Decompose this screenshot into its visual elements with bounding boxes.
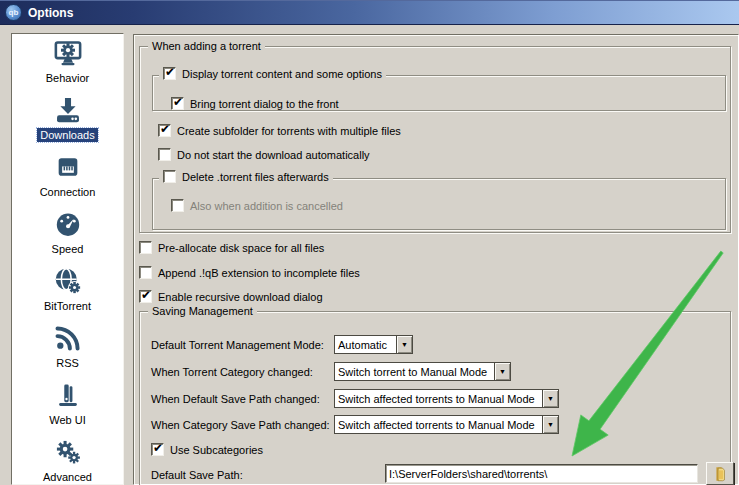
- checkbox-box[interactable]: [158, 148, 171, 161]
- select-value: Switch affected torrents to Manual Mode: [335, 419, 542, 431]
- window-titlebar[interactable]: qb Options: [0, 0, 739, 25]
- checkbox-label: Append .!qB extension to incomplete file…: [158, 267, 360, 279]
- checkbox-label: Do not start the download automatically: [177, 149, 370, 161]
- sidebar-item-behavior[interactable]: Behavior: [12, 38, 123, 95]
- default-mode-label: Default Torrent Management Mode:: [151, 335, 324, 354]
- downloads-settings-panel: When adding a torrent Display torrent co…: [133, 34, 739, 485]
- default-save-path-label: Default Save Path:: [151, 465, 243, 484]
- download-tray-icon: [51, 95, 85, 125]
- group-title: When adding a torrent: [148, 39, 265, 53]
- display-content-checkbox[interactable]: Display torrent content and some options: [159, 67, 386, 80]
- category-changed-select[interactable]: Switch torrent to Manual Mode ▼: [334, 362, 511, 381]
- use-subcategories-checkbox[interactable]: Use Subcategories: [151, 442, 263, 457]
- folder-icon: [711, 465, 729, 483]
- sidebar-label-speed: Speed: [49, 242, 87, 256]
- monitor-gear-icon: [51, 38, 85, 68]
- category-savepath-changed-select[interactable]: Switch affected torrents to Manual Mode …: [334, 415, 559, 434]
- window-title: Options: [28, 6, 73, 20]
- delete-torrent-checkbox[interactable]: Delete .torrent files afterwards: [159, 170, 333, 183]
- sidebar-label-rss: RSS: [53, 356, 82, 370]
- category-changed-label: When Torrent Category changed:: [151, 362, 313, 381]
- select-value: Switch affected torrents to Manual Mode: [335, 393, 542, 405]
- create-subfolder-checkbox[interactable]: Create subfolder for torrents with multi…: [158, 123, 401, 138]
- checkbox-box[interactable]: [151, 443, 164, 456]
- sidebar-label-webui: Web UI: [46, 413, 88, 427]
- checkbox-label: Bring torrent dialog to the front: [190, 98, 339, 110]
- checkbox-label: Create subfolder for torrents with multi…: [177, 125, 401, 137]
- preallocate-checkbox[interactable]: Pre-allocate disk space for all files: [139, 240, 324, 255]
- qbittorrent-logo-icon: qb: [5, 4, 22, 21]
- default-save-path-input[interactable]: [385, 464, 698, 483]
- default-mode-select[interactable]: Automatic ▼: [334, 335, 413, 354]
- chevron-down-icon[interactable]: ▼: [542, 390, 558, 407]
- checkbox-label: Delete .torrent files afterwards: [182, 171, 329, 183]
- savepath-changed-select[interactable]: Switch affected torrents to Manual Mode …: [334, 389, 559, 408]
- checkbox-box[interactable]: [139, 290, 152, 303]
- sidebar-label-behavior: Behavior: [43, 71, 92, 85]
- display-content-group: Display torrent content and some options…: [152, 75, 726, 111]
- sidebar-item-webui[interactable]: Web UI: [12, 380, 123, 437]
- gears-icon: [51, 437, 85, 467]
- checkbox-box[interactable]: [139, 241, 152, 254]
- checkbox-box[interactable]: [163, 67, 176, 80]
- select-value: Switch torrent to Manual Mode: [335, 366, 494, 378]
- checkbox-box: [171, 199, 184, 212]
- no-autostart-checkbox[interactable]: Do not start the download automatically: [158, 147, 370, 162]
- sidebar-label-connection: Connection: [37, 185, 99, 199]
- sidebar-label-downloads: Downloads: [37, 128, 97, 142]
- bring-front-checkbox[interactable]: Bring torrent dialog to the front: [171, 96, 339, 111]
- checkbox-box[interactable]: [139, 266, 152, 279]
- chevron-down-icon[interactable]: ▼: [396, 336, 412, 353]
- checkbox-box[interactable]: [171, 97, 184, 110]
- browse-folder-button[interactable]: [706, 462, 734, 485]
- savepath-changed-label: When Default Save Path changed:: [151, 389, 320, 408]
- globe-gear-icon: [51, 266, 85, 296]
- chevron-down-icon[interactable]: ▼: [494, 363, 510, 380]
- saving-management-group: Saving Management Default Torrent Manage…: [139, 311, 731, 485]
- sidebar-item-advanced[interactable]: Advanced: [12, 437, 123, 485]
- checkbox-label: Pre-allocate disk space for all files: [158, 242, 324, 254]
- options-category-list[interactable]: Behavior Downloads Connection: [11, 33, 124, 485]
- sidebar-item-rss[interactable]: RSS: [12, 323, 123, 380]
- checkbox-box[interactable]: [163, 170, 176, 183]
- recursive-download-checkbox[interactable]: Enable recursive download dialog: [139, 289, 323, 304]
- webui-server-icon: [51, 380, 85, 410]
- append-extension-checkbox[interactable]: Append .!qB extension to incomplete file…: [139, 265, 360, 280]
- sidebar-item-downloads[interactable]: Downloads: [12, 95, 123, 152]
- sidebar-item-bittorrent[interactable]: BitTorrent: [12, 266, 123, 323]
- rss-icon: [51, 323, 85, 353]
- group-title: Saving Management: [148, 304, 257, 318]
- category-savepath-changed-label: When Category Save Path changed:: [151, 415, 330, 434]
- ethernet-plug-icon: [51, 152, 85, 182]
- checkbox-label: Also when addition is cancelled: [190, 200, 343, 212]
- when-adding-torrent-group: When adding a torrent Display torrent co…: [139, 46, 731, 233]
- sidebar-label-advanced: Advanced: [40, 470, 95, 484]
- sidebar-item-speed[interactable]: Speed: [12, 209, 123, 266]
- sidebar-item-connection[interactable]: Connection: [12, 152, 123, 209]
- chevron-down-icon[interactable]: ▼: [542, 416, 558, 433]
- select-value: Automatic: [335, 339, 396, 351]
- checkbox-box[interactable]: [158, 124, 171, 137]
- checkbox-label: Enable recursive download dialog: [158, 291, 323, 303]
- sidebar-label-bittorrent: BitTorrent: [41, 299, 94, 313]
- checkbox-label: Display torrent content and some options: [182, 68, 382, 80]
- also-cancelled-checkbox: Also when addition is cancelled: [171, 198, 343, 213]
- delete-torrent-group: Delete .torrent files afterwards Also wh…: [152, 178, 726, 230]
- speedometer-icon: [51, 209, 85, 239]
- checkbox-label: Use Subcategories: [170, 444, 263, 456]
